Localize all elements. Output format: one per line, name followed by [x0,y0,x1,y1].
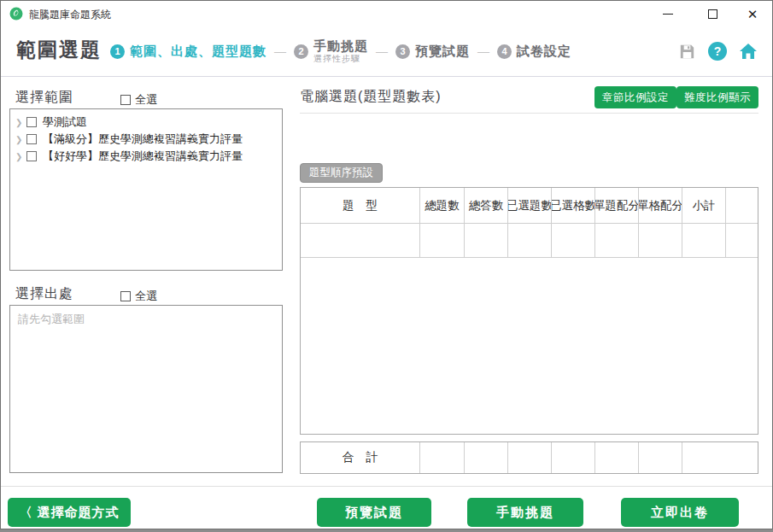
source-select-all-checkbox[interactable] [120,291,131,301]
preview-questions-button[interactable]: 預覽試題 [317,498,431,527]
step-2-circle: 2 [294,44,308,59]
range-tree-item[interactable]: ❯ 【好好學】歷史學測總複習講義實力評量 [10,148,282,165]
page-header: 範圍選題 1 範圍、出處、題型題數 — 2 手動挑題 選擇性步驟 — 3 [1,26,772,76]
app-window: 龍騰題庫命題系統 ✕ 範圍選題 1 範圍、出處、題型題數 — 2 手動挑題 選擇… [0,0,773,529]
step-3-circle: 3 [395,44,410,59]
generate-paper-button[interactable]: 立即出卷 [621,498,739,527]
step-1-range[interactable]: 1 範圍、出處、題型題數 [110,44,266,59]
range-tree-item[interactable]: ❯ 【滿級分】歷史學測總複習講義實力評量 [10,131,282,148]
step-3-preview[interactable]: 3 預覽試題 [395,44,470,59]
difficulty-ratio-button[interactable]: 難度比例顯示 [676,86,758,108]
item-checkbox[interactable] [26,151,37,161]
save-button[interactable] [676,41,697,61]
footer-divider [1,486,772,487]
item-checkbox[interactable] [26,134,37,144]
expand-chevron-icon[interactable]: ❯ [15,152,26,161]
col-total-answers: 總答數 [465,188,508,223]
col-total-questions: 總題數 [420,188,465,223]
maximize-button[interactable] [693,1,732,26]
step-indicator: 1 範圍、出處、題型題數 — 2 手動挑題 選擇性步驟 — 3 預覽試題 [110,26,571,76]
close-button[interactable]: ✕ [733,1,772,26]
header-actions: ? [676,41,758,61]
source-select-all[interactable]: 全選 [120,289,157,304]
table-header-row: 題 型 總題數 總答數 已選題數 已選格數 單題配分 單格配分 小計 [301,188,758,224]
step-4-label: 試卷設定 [517,44,571,59]
step-2-label: 手動挑題 [313,39,368,54]
step-4-circle: 4 [497,44,512,59]
step-1-circle: 1 [110,44,125,59]
step-3-label: 預覽試題 [415,44,470,59]
back-to-mode-button[interactable]: 〈 選擇命題方式 [8,498,131,527]
col-spacer [726,188,758,223]
computer-panel-title: 電腦選題(題型題數表) [300,88,442,106]
step-separator: — [376,44,388,58]
app-title: 龍騰題庫命題系統 [29,8,111,22]
chapter-ratio-button[interactable]: 章節比例設定 [594,86,676,108]
range-panel-title: 選擇範圍 [15,89,73,107]
step-2-sublabel: 選擇性步驟 [313,54,368,63]
table-empty-row [301,224,758,258]
source-list: 請先勾選範圍 [9,305,283,473]
manual-pick-button[interactable]: 手動挑題 [467,498,583,527]
source-select-all-label: 全選 [135,289,157,304]
close-icon: ✕ [747,8,758,20]
question-type-order-button[interactable]: 題型順序預設 [300,163,383,183]
col-question-type: 題 型 [301,188,420,223]
home-icon [738,41,758,61]
home-button[interactable] [738,41,758,61]
step-2-manual-pick[interactable]: 2 手動挑題 選擇性步驟 [294,39,368,63]
header-divider [1,76,772,77]
source-panel-title: 選擇出處 [15,285,73,303]
total-label: 合 計 [301,442,420,473]
range-select-all-checkbox[interactable] [120,95,131,105]
app-logo-icon [9,7,23,20]
maximize-icon [708,9,717,19]
step-separator: — [274,44,286,58]
col-selected-blanks: 已選格數 [552,188,595,223]
col-points-per-blank: 單格配分 [639,188,682,223]
minimize-button[interactable] [648,1,688,26]
panel-divider [300,113,758,114]
item-checkbox[interactable] [26,117,37,127]
save-icon [677,42,697,61]
expand-chevron-icon[interactable]: ❯ [15,135,26,144]
minimize-icon [663,14,673,15]
source-list-placeholder: 請先勾選範圍 [18,312,274,327]
title-bar: 龍騰題庫命題系統 ✕ [1,1,772,26]
question-type-table: 題 型 總題數 總答數 已選題數 已選格數 單題配分 單格配分 小計 [300,187,758,435]
help-icon: ? [708,42,727,61]
range-tree-item[interactable]: ❯ 學測試題 [10,114,282,131]
range-select-all[interactable]: 全選 [120,92,157,108]
col-points-per-question: 單題配分 [595,188,639,223]
step-4-paper-settings[interactable]: 4 試卷設定 [497,44,571,59]
col-selected-questions: 已選題數 [508,188,552,223]
total-row: 合 計 [300,441,758,474]
range-select-all-label: 全選 [135,92,157,108]
help-button[interactable]: ? [707,41,728,61]
step-1-label: 範圍、出處、題型題數 [130,44,266,59]
step-separator: — [477,44,489,58]
range-tree: ❯ 學測試題 ❯ 【滿級分】歷史學測總複習講義實力評量 ❯ 【好好學】歷史學測總… [9,108,283,271]
col-subtotal: 小計 [682,188,726,223]
expand-chevron-icon[interactable]: ❯ [15,118,26,127]
page-title: 範圍選題 [16,37,102,63]
